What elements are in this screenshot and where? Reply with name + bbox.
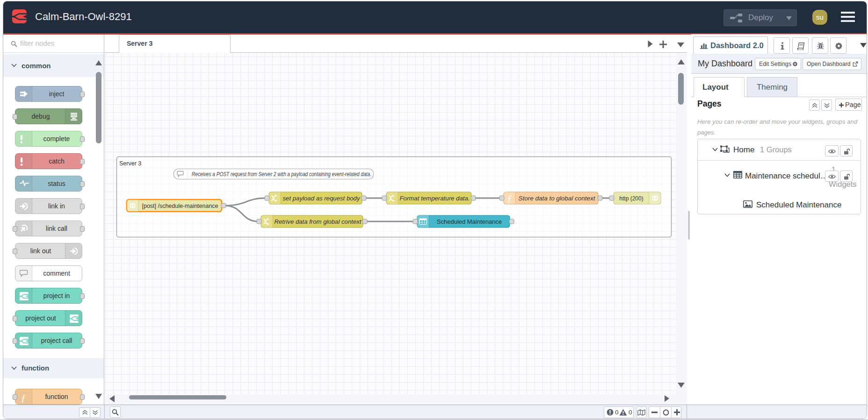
svg-text:Retrive data from global conte: Retrive data from global context: [275, 219, 362, 225]
svg-text:Scheduled Maintenance: Scheduled Maintenance: [437, 219, 502, 225]
svg-text:Receives a POST request from S: Receives a POST request from Server 2 wi…: [192, 171, 371, 178]
svg-text:ƒ: ƒ: [507, 193, 512, 204]
svg-text:ƒ: ƒ: [21, 393, 26, 404]
svg-text:set payload as request body: set payload as request body: [283, 195, 361, 202]
svg-text:Store data to global context: Store data to global context: [519, 195, 596, 202]
svg-text:Server 3: Server 3: [119, 160, 141, 167]
svg-text:http (200): http (200): [619, 195, 643, 202]
svg-text:Format temperature data.: Format temperature data.: [400, 195, 470, 202]
svg-text:[post] /schedule-maintenance: [post] /schedule-maintenance: [142, 203, 218, 209]
